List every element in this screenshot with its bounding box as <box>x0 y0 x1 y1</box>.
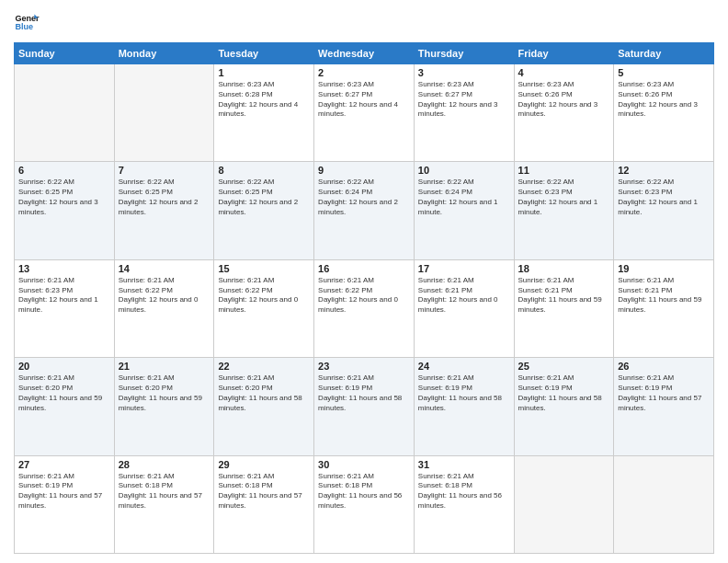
week-row-4: 20Sunrise: 6:21 AM Sunset: 6:20 PM Dayli… <box>15 358 714 455</box>
day-number: 16 <box>318 263 410 274</box>
day-number: 10 <box>418 165 510 176</box>
day-info: Sunrise: 6:21 AM Sunset: 6:19 PM Dayligh… <box>518 373 610 413</box>
calendar-cell: 9Sunrise: 6:22 AM Sunset: 6:24 PM Daylig… <box>314 162 415 259</box>
day-number: 25 <box>518 361 610 372</box>
header: General Blue <box>14 9 714 35</box>
generalblue-logo-icon: General Blue <box>14 9 40 35</box>
day-info: Sunrise: 6:22 AM Sunset: 6:25 PM Dayligh… <box>218 178 310 217</box>
day-header-wednesday: Wednesday <box>314 43 415 64</box>
calendar-cell: 6Sunrise: 6:22 AM Sunset: 6:25 PM Daylig… <box>15 162 115 259</box>
calendar-cell: 22Sunrise: 6:21 AM Sunset: 6:20 PM Dayli… <box>214 358 314 455</box>
calendar-cell: 28Sunrise: 6:21 AM Sunset: 6:18 PM Dayli… <box>114 455 214 553</box>
calendar-cell: 10Sunrise: 6:22 AM Sunset: 6:24 PM Dayli… <box>414 162 514 259</box>
day-info: Sunrise: 6:22 AM Sunset: 6:23 PM Dayligh… <box>618 178 710 217</box>
calendar-cell: 8Sunrise: 6:22 AM Sunset: 6:25 PM Daylig… <box>214 162 314 259</box>
calendar-cell: 17Sunrise: 6:21 AM Sunset: 6:21 PM Dayli… <box>414 259 514 357</box>
week-row-2: 6Sunrise: 6:22 AM Sunset: 6:25 PM Daylig… <box>15 162 714 259</box>
calendar-cell: 29Sunrise: 6:21 AM Sunset: 6:18 PM Dayli… <box>214 455 314 553</box>
day-info: Sunrise: 6:21 AM Sunset: 6:20 PM Dayligh… <box>119 373 210 413</box>
day-info: Sunrise: 6:21 AM Sunset: 6:22 PM Dayligh… <box>119 276 210 316</box>
day-header-sunday: Sunday <box>15 43 115 64</box>
calendar-header-row: SundayMondayTuesdayWednesdayThursdayFrid… <box>15 43 714 64</box>
day-number: 31 <box>418 459 510 470</box>
day-info: Sunrise: 6:23 AM Sunset: 6:27 PM Dayligh… <box>418 80 510 120</box>
calendar-cell: 13Sunrise: 6:21 AM Sunset: 6:23 PM Dayli… <box>15 259 115 357</box>
calendar-cell <box>15 64 115 162</box>
calendar-cell <box>614 455 714 553</box>
calendar-cell: 15Sunrise: 6:21 AM Sunset: 6:22 PM Dayli… <box>214 259 314 357</box>
day-number: 8 <box>218 165 310 176</box>
calendar-cell: 3Sunrise: 6:23 AM Sunset: 6:27 PM Daylig… <box>414 64 514 162</box>
week-row-5: 27Sunrise: 6:21 AM Sunset: 6:19 PM Dayli… <box>15 455 714 553</box>
calendar-cell <box>514 455 614 553</box>
calendar-cell: 27Sunrise: 6:21 AM Sunset: 6:19 PM Dayli… <box>15 455 115 553</box>
day-number: 3 <box>418 67 510 78</box>
day-header-saturday: Saturday <box>614 43 714 64</box>
calendar-cell: 30Sunrise: 6:21 AM Sunset: 6:18 PM Dayli… <box>314 455 415 553</box>
day-info: Sunrise: 6:21 AM Sunset: 6:18 PM Dayligh… <box>119 472 210 511</box>
calendar-cell: 5Sunrise: 6:23 AM Sunset: 6:26 PM Daylig… <box>614 64 714 162</box>
calendar-cell: 2Sunrise: 6:23 AM Sunset: 6:27 PM Daylig… <box>314 64 415 162</box>
day-info: Sunrise: 6:21 AM Sunset: 6:22 PM Dayligh… <box>318 276 410 316</box>
day-info: Sunrise: 6:21 AM Sunset: 6:19 PM Dayligh… <box>418 373 510 413</box>
day-info: Sunrise: 6:21 AM Sunset: 6:23 PM Dayligh… <box>18 276 110 316</box>
day-number: 9 <box>318 165 410 176</box>
day-header-monday: Monday <box>114 43 214 64</box>
page: General Blue SundayMondayTuesdayWednesda… <box>0 0 728 563</box>
calendar-cell: 26Sunrise: 6:21 AM Sunset: 6:19 PM Dayli… <box>614 358 714 455</box>
calendar-cell: 7Sunrise: 6:22 AM Sunset: 6:25 PM Daylig… <box>114 162 214 259</box>
day-number: 5 <box>618 67 710 78</box>
week-row-3: 13Sunrise: 6:21 AM Sunset: 6:23 PM Dayli… <box>15 259 714 357</box>
day-number: 27 <box>18 459 110 470</box>
calendar-cell: 18Sunrise: 6:21 AM Sunset: 6:21 PM Dayli… <box>514 259 614 357</box>
calendar-cell: 19Sunrise: 6:21 AM Sunset: 6:21 PM Dayli… <box>614 259 714 357</box>
day-info: Sunrise: 6:21 AM Sunset: 6:20 PM Dayligh… <box>218 373 310 413</box>
calendar-cell: 20Sunrise: 6:21 AM Sunset: 6:20 PM Dayli… <box>15 358 115 455</box>
day-number: 7 <box>119 165 210 176</box>
day-info: Sunrise: 6:22 AM Sunset: 6:25 PM Dayligh… <box>119 178 210 217</box>
day-info: Sunrise: 6:21 AM Sunset: 6:20 PM Dayligh… <box>18 373 110 413</box>
day-info: Sunrise: 6:21 AM Sunset: 6:18 PM Dayligh… <box>218 472 310 511</box>
day-info: Sunrise: 6:21 AM Sunset: 6:22 PM Dayligh… <box>218 276 310 316</box>
day-number: 11 <box>518 165 610 176</box>
day-info: Sunrise: 6:21 AM Sunset: 6:19 PM Dayligh… <box>18 472 110 511</box>
day-number: 4 <box>518 67 610 78</box>
day-info: Sunrise: 6:21 AM Sunset: 6:21 PM Dayligh… <box>518 276 610 316</box>
day-info: Sunrise: 6:23 AM Sunset: 6:27 PM Dayligh… <box>318 80 410 120</box>
calendar-cell: 24Sunrise: 6:21 AM Sunset: 6:19 PM Dayli… <box>414 358 514 455</box>
day-number: 21 <box>119 361 210 372</box>
day-number: 2 <box>318 67 410 78</box>
calendar-cell: 31Sunrise: 6:21 AM Sunset: 6:18 PM Dayli… <box>414 455 514 553</box>
day-number: 1 <box>218 67 310 78</box>
calendar-cell: 25Sunrise: 6:21 AM Sunset: 6:19 PM Dayli… <box>514 358 614 455</box>
calendar-cell: 1Sunrise: 6:23 AM Sunset: 6:28 PM Daylig… <box>214 64 314 162</box>
week-row-1: 1Sunrise: 6:23 AM Sunset: 6:28 PM Daylig… <box>15 64 714 162</box>
day-number: 17 <box>418 263 510 274</box>
day-info: Sunrise: 6:21 AM Sunset: 6:18 PM Dayligh… <box>418 472 510 511</box>
day-number: 15 <box>218 263 310 274</box>
calendar-cell: 12Sunrise: 6:22 AM Sunset: 6:23 PM Dayli… <box>614 162 714 259</box>
day-info: Sunrise: 6:21 AM Sunset: 6:18 PM Dayligh… <box>318 472 410 511</box>
day-number: 19 <box>618 263 710 274</box>
calendar-table: SundayMondayTuesdayWednesdayThursdayFrid… <box>14 42 714 554</box>
calendar-cell: 23Sunrise: 6:21 AM Sunset: 6:19 PM Dayli… <box>314 358 415 455</box>
day-number: 12 <box>618 165 710 176</box>
calendar-cell: 16Sunrise: 6:21 AM Sunset: 6:22 PM Dayli… <box>314 259 415 357</box>
day-number: 22 <box>218 361 310 372</box>
day-number: 29 <box>218 459 310 470</box>
logo: General Blue <box>14 9 40 35</box>
calendar-cell: 21Sunrise: 6:21 AM Sunset: 6:20 PM Dayli… <box>114 358 214 455</box>
day-number: 6 <box>18 165 110 176</box>
day-info: Sunrise: 6:23 AM Sunset: 6:26 PM Dayligh… <box>618 80 710 120</box>
day-info: Sunrise: 6:22 AM Sunset: 6:24 PM Dayligh… <box>318 178 410 217</box>
day-info: Sunrise: 6:21 AM Sunset: 6:21 PM Dayligh… <box>418 276 510 316</box>
calendar-cell <box>114 64 214 162</box>
day-info: Sunrise: 6:23 AM Sunset: 6:26 PM Dayligh… <box>518 80 610 120</box>
day-header-thursday: Thursday <box>414 43 514 64</box>
day-number: 24 <box>418 361 510 372</box>
day-number: 30 <box>318 459 410 470</box>
day-number: 26 <box>618 361 710 372</box>
day-info: Sunrise: 6:21 AM Sunset: 6:19 PM Dayligh… <box>318 373 410 413</box>
svg-text:Blue: Blue <box>15 22 33 31</box>
day-info: Sunrise: 6:22 AM Sunset: 6:24 PM Dayligh… <box>418 178 510 217</box>
